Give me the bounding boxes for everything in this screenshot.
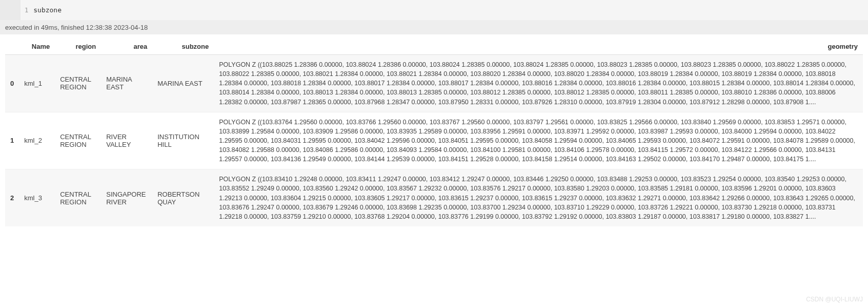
- cell-area: SINGAPORE RIVER: [101, 169, 152, 226]
- cell-subzone: MARINA EAST: [152, 55, 214, 112]
- code-cell[interactable]: 1 subzone: [0, 0, 868, 21]
- cell-area: MARINA EAST: [101, 55, 152, 112]
- cell-name: kml_1: [19, 55, 55, 112]
- cell-region: CENTRAL REGION: [55, 112, 101, 169]
- table-row: 0 kml_1 CENTRAL REGION MARINA EAST MARIN…: [5, 55, 863, 112]
- cell-subzone: ROBERTSON QUAY: [152, 169, 214, 226]
- output-area: Name region area subzone geometry 0 kml_…: [0, 34, 868, 226]
- cell-region: CENTRAL REGION: [55, 169, 101, 226]
- table-row: 1 kml_2 CENTRAL REGION RIVER VALLEY INST…: [5, 112, 863, 169]
- col-header-name: Name: [19, 39, 55, 55]
- cell-name: kml_2: [19, 112, 55, 169]
- cell-subzone: INSTITUTION HILL: [152, 112, 214, 169]
- cell-geometry: POLYGON Z ((103.83764 1.29560 0.00000, 1…: [214, 112, 863, 169]
- col-header-area: area: [101, 39, 152, 55]
- line-number: 1: [21, 7, 30, 14]
- cell-geometry: POLYGON Z ((103.83410 1.29248 0.00000, 1…: [214, 169, 863, 226]
- col-header-geometry: geometry: [214, 39, 863, 55]
- row-index: 0: [5, 55, 19, 112]
- dataframe-table: Name region area subzone geometry 0 kml_…: [5, 39, 863, 226]
- cell-area: RIVER VALLEY: [101, 112, 152, 169]
- execution-status: executed in 49ms, finished 12:38:38 2023…: [0, 21, 868, 34]
- cell-name: kml_3: [19, 169, 55, 226]
- col-header-region: region: [55, 39, 101, 55]
- index-header: [5, 39, 19, 55]
- row-index: 2: [5, 169, 19, 226]
- col-header-subzone: subzone: [152, 39, 214, 55]
- code-text[interactable]: subzone: [30, 6, 62, 14]
- cell-region: CENTRAL REGION: [55, 55, 101, 112]
- row-index: 1: [5, 112, 19, 169]
- prompt-area: [0, 0, 21, 20]
- cell-geometry: POLYGON Z ((103.88025 1.28386 0.00000, 1…: [214, 55, 863, 112]
- table-header-row: Name region area subzone geometry: [5, 39, 863, 55]
- table-row: 2 kml_3 CENTRAL REGION SINGAPORE RIVER R…: [5, 169, 863, 226]
